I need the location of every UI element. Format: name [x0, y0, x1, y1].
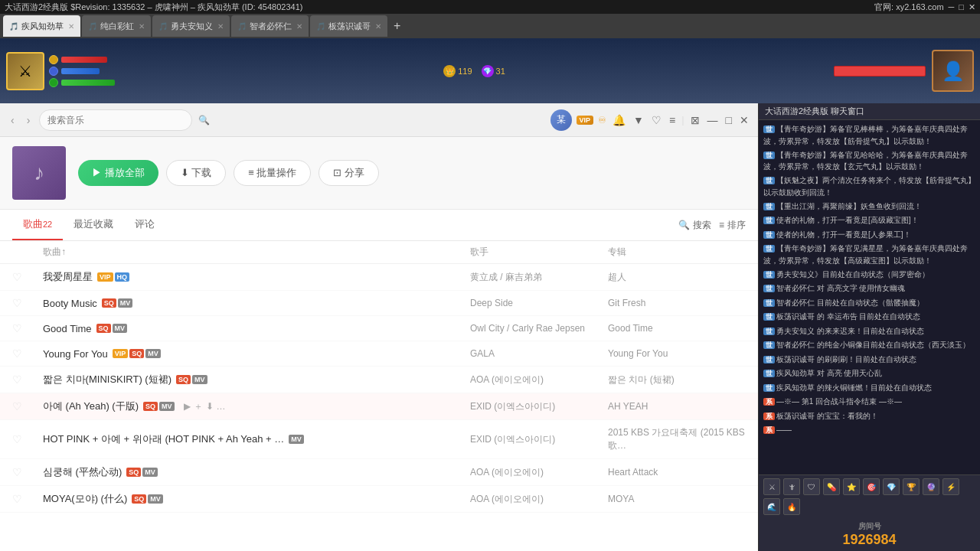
play-all-button[interactable]: ▶ 播放全部	[78, 160, 158, 186]
tab-close-0[interactable]: ✕	[68, 22, 74, 31]
maximize-button[interactable]: □	[724, 112, 733, 128]
song-row[interactable]: ♡ HOT PINK + 아예 + 위아래 (HOT PINK + Ah Yea…	[0, 420, 758, 459]
browser-tab-0[interactable]: 🎵 疾风知劲草 ✕	[3, 15, 80, 37]
download-button[interactable]: ⬇ 下载	[166, 160, 227, 186]
play-btn[interactable]: ▶	[184, 400, 191, 413]
heart-icon[interactable]: ♡	[12, 322, 43, 334]
song-artist: EXID (이엑스아이디)	[470, 433, 608, 446]
player-tabs-bar: 歌曲22 最近收藏 评论 🔍 搜索 ≡ 排序	[0, 210, 758, 241]
close-button[interactable]: ✕	[738, 112, 750, 128]
song-row[interactable]: ♡ MOYA(모야) (什么) SQMV AOA (에이오에이) MOYA	[0, 486, 758, 513]
enemy-hp-bar	[834, 66, 926, 77]
song-row[interactable]: ♡ 짧은 치마(MINISKIRT) (短裙) SQMV AOA (에이오에이)…	[0, 367, 758, 393]
tab-close-3[interactable]: ✕	[296, 22, 302, 31]
song-album: Git Fresh	[608, 298, 746, 308]
heart-icon[interactable]: ♡	[12, 271, 43, 283]
chat-icon-5[interactable]: 🎯	[863, 478, 880, 495]
user-avatar: 某	[550, 109, 572, 131]
chat-title: 大话西游2经典版 聊天窗口	[765, 106, 864, 117]
browser-tab-2[interactable]: 🎵 勇夫安知义 ✕	[152, 15, 230, 37]
chat-icon-3[interactable]: 💊	[823, 478, 840, 495]
sort-button[interactable]: ≡ 排序	[719, 219, 746, 232]
chat-icon-0[interactable]: ⚔	[763, 478, 780, 495]
chat-icon-2[interactable]: 🛡	[803, 478, 820, 495]
chat-icon-7[interactable]: 🏆	[903, 478, 920, 495]
search-icon: 🔍	[198, 115, 210, 126]
song-badges: SQMV	[176, 375, 207, 384]
game-title-left: 大话西游2经典版 $Revision: 1335632 – 虎啸神州 – 疾风知…	[5, 2, 302, 13]
search-songs-icon: 🔍	[678, 220, 690, 230]
song-name-cell: Young For You VIPSQMV	[43, 348, 470, 360]
chat-icon-1[interactable]: 🗡	[783, 478, 800, 495]
menu-button[interactable]: ≡	[668, 112, 677, 128]
window-minimize[interactable]: ─	[949, 2, 955, 11]
heart-icon[interactable]: ♡	[12, 433, 43, 445]
browser-tab-4[interactable]: 🎵 板荡识诚哥 ✕	[310, 15, 387, 37]
heart-icon[interactable]: ♡	[12, 297, 43, 309]
game-portrait: 👤	[932, 50, 974, 92]
heart-icon[interactable]: ♡	[12, 373, 43, 386]
tab-close-2[interactable]: ✕	[217, 22, 224, 31]
browser-tab-3[interactable]: 🎵 智者必怀仁 ✕	[231, 15, 309, 37]
song-name: 짧은 치마(MINISKIRT) (短裙)	[43, 373, 172, 386]
chat-icon-10[interactable]: 🌊	[763, 498, 780, 515]
player-toolbar: ‹ › 🔍 某 VIP ♾ 🔔 ▼ ♡ ≡ | ⊠ — □ ✕	[0, 103, 758, 137]
song-album: 짧은 치마 (短裙)	[608, 373, 746, 386]
heart-icon[interactable]: ♡	[12, 466, 43, 478]
song-row[interactable]: ♡ 아예 (Ah Yeah) (干版) SQMV ▶ ＋ ⬇ … EXID (이…	[0, 393, 758, 420]
back-button[interactable]: ‹	[8, 112, 18, 128]
chat-icon-6[interactable]: 💎	[883, 478, 900, 495]
dropdown-button[interactable]: ▼	[632, 112, 645, 128]
search-input[interactable]	[39, 109, 192, 131]
favorite-button[interactable]: ♡	[650, 112, 663, 128]
batch-button[interactable]: ≡ 批量操作	[234, 160, 311, 186]
chat-message: 世勇夫安知义 的来来迟来！目前处在自动状态	[763, 325, 975, 337]
tab-close-4[interactable]: ✕	[375, 22, 381, 31]
minimize-button[interactable]: —	[706, 112, 720, 128]
more-btn[interactable]: …	[217, 400, 226, 413]
tab-comments[interactable]: 评论	[124, 210, 165, 240]
download-btn[interactable]: ⬇	[206, 400, 214, 413]
grid-button[interactable]: ⊠	[689, 112, 701, 128]
song-name-cell: 짧은 치마(MINISKIRT) (短裙) SQMV	[43, 373, 470, 386]
song-row[interactable]: ♡ Good Time SQMV Owl City / Carly Rae Je…	[0, 316, 758, 341]
window-close[interactable]: ✕	[969, 2, 975, 12]
song-artist: 黄立成 / 麻吉弟弟	[470, 271, 608, 284]
new-tab-button[interactable]: +	[389, 19, 405, 33]
action-buttons: ▶ 播放全部 ⬇ 下载 ≡ 批量操作 ⊡ 分享	[78, 160, 379, 186]
song-row[interactable]: ♡ 심쿵해 (平然心动) SQMV AOA (에이오에이) Heart Atta…	[0, 459, 758, 486]
game-right-ui: 👤	[834, 50, 974, 92]
tab-recent[interactable]: 最近收藏	[63, 210, 124, 240]
tab-songs[interactable]: 歌曲22	[12, 210, 63, 240]
heart-icon[interactable]: ♡	[12, 400, 43, 412]
window-restore[interactable]: □	[959, 2, 964, 11]
search-songs-button[interactable]: 🔍 搜索	[678, 219, 711, 232]
header-col-0	[12, 246, 43, 259]
song-badges: VIPHQ	[97, 272, 129, 282]
tab-close-1[interactable]: ✕	[139, 22, 145, 31]
tab-label-2: 勇夫安知义	[171, 21, 213, 32]
heart-icon[interactable]: ♡	[12, 347, 43, 360]
chat-icon-4[interactable]: ⭐	[843, 478, 860, 495]
heart-icon[interactable]: ♡	[12, 493, 43, 505]
share-button[interactable]: ⊡ 分享	[318, 160, 379, 186]
song-badges: VIPSQMV	[113, 349, 161, 358]
tab-icon-2: 🎵	[158, 22, 168, 31]
notification-button[interactable]: 🔔	[611, 112, 627, 128]
song-album: 超人	[608, 271, 746, 284]
browser-tab-1[interactable]: 🎵 纯白彩虹 ✕	[82, 15, 151, 37]
song-row[interactable]: ♡ Young For You VIPSQMV GALA Young For Y…	[0, 341, 758, 367]
chat-icon-9[interactable]: ⚡	[942, 478, 959, 495]
chat-message: 世【青年奇妙游】筹备官见棒棒棒，为筹备嘉年庆典四处奔波，劳累异常，特发放【筋骨提…	[763, 123, 975, 147]
tab-icon-1: 🎵	[88, 22, 97, 31]
chat-icon-8[interactable]: 🔮	[923, 478, 939, 495]
toolbar-icon-vip: ♾	[598, 115, 606, 126]
chat-icon-11[interactable]: 🔥	[783, 498, 800, 515]
forward-button[interactable]: ›	[24, 112, 34, 128]
add-btn[interactable]: ＋	[194, 400, 203, 413]
song-row[interactable]: ♡ 我爱周星星 VIPHQ 黄立成 / 麻吉弟弟 超人	[0, 264, 758, 291]
chat-message: 世【青年奇妙游】筹备官见哈哈哈，为筹备嘉年庆典四处奔波，劳累异常，特发放【玄元气…	[763, 149, 975, 173]
chat-message: 世【重出江湖，再聚前缘】妖鱼鱼收到回流！	[763, 201, 975, 213]
song-row[interactable]: ♡ Booty Music SQMV Deep Side Git Fresh	[0, 291, 758, 316]
chat-message: 世疾风知劲草 的辣火铜锤燃！目前处在自动状态	[763, 382, 975, 394]
